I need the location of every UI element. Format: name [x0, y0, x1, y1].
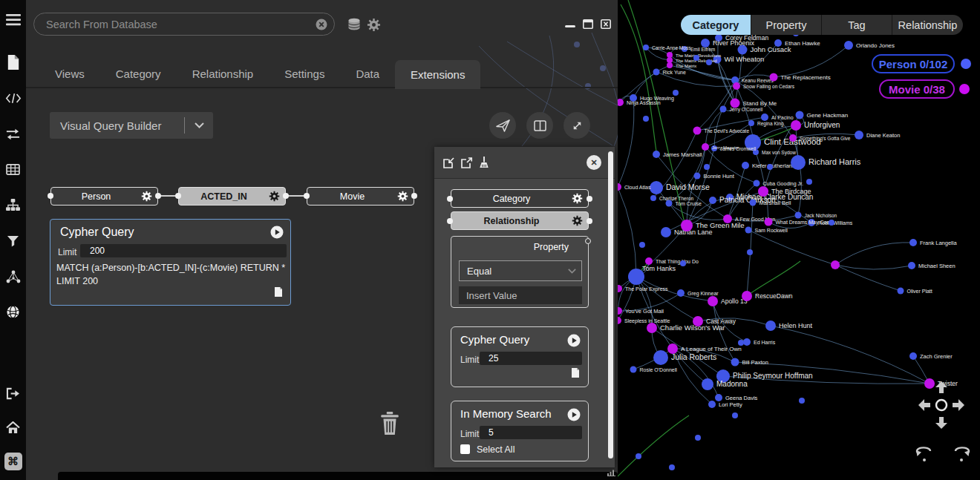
movie-node[interactable] — [618, 307, 622, 315]
person-node[interactable] — [908, 262, 915, 269]
movie-node[interactable] — [791, 120, 801, 131]
person-node[interactable] — [795, 212, 802, 219]
person-node[interactable] — [653, 350, 668, 365]
person-node[interactable] — [743, 338, 751, 346]
port-person-left[interactable] — [48, 193, 53, 199]
movie-legend-dot[interactable] — [959, 84, 970, 94]
person-gear-icon[interactable] — [141, 191, 152, 202]
panel-cypher-run-icon[interactable] — [567, 334, 581, 347]
movie-node[interactable] — [618, 317, 621, 324]
movie-node[interactable] — [765, 218, 773, 226]
extension-selector[interactable]: Visual Query Builder — [50, 112, 213, 139]
tab-views[interactable]: Views — [39, 60, 100, 88]
person-node[interactable] — [738, 340, 744, 346]
property-port[interactable] — [585, 238, 591, 244]
movie-node[interactable] — [789, 134, 797, 142]
close-button[interactable] — [601, 19, 611, 32]
cypher-run-icon[interactable] — [270, 226, 284, 239]
code-icon[interactable] — [0, 85, 26, 111]
property-value-input[interactable] — [459, 286, 582, 304]
person-node[interactable] — [650, 181, 663, 194]
person-node[interactable] — [844, 41, 853, 50]
movie-node[interactable] — [758, 186, 768, 197]
port-relationship-right[interactable] — [587, 218, 592, 224]
person-node[interactable] — [639, 242, 645, 248]
builder-edge-acted-in[interactable]: ACTED_IN — [178, 187, 286, 206]
command-icon[interactable]: ⌘ — [0, 448, 26, 474]
panel-block-relationship[interactable]: Relationship — [451, 211, 589, 230]
person-node[interactable] — [709, 197, 716, 204]
graph-tab-tag[interactable]: Tag — [822, 15, 892, 35]
person-node[interactable] — [708, 401, 716, 408]
tab-settings[interactable]: Settings — [269, 60, 340, 88]
home-icon[interactable] — [0, 415, 26, 441]
port-category-right[interactable] — [587, 196, 592, 202]
person-node[interactable] — [706, 59, 712, 65]
person-node[interactable] — [745, 227, 752, 234]
import-icon[interactable] — [443, 157, 455, 171]
expand-button[interactable] — [564, 112, 590, 139]
rotate-right-icon[interactable] — [956, 447, 970, 461]
property-block[interactable]: Property Equal — [451, 236, 589, 308]
person-node[interactable] — [754, 180, 760, 187]
builder-node-movie[interactable]: Movie — [307, 187, 414, 206]
movie-node[interactable] — [770, 73, 778, 82]
person-node[interactable] — [909, 352, 917, 360]
transfer-arrows-icon[interactable] — [0, 121, 26, 147]
split-view-button[interactable] — [526, 112, 553, 139]
filter-icon[interactable] — [0, 228, 26, 254]
person-node[interactable] — [742, 162, 749, 169]
person-node[interactable] — [653, 69, 660, 76]
relationship-gear-icon[interactable] — [572, 215, 583, 226]
person-node[interactable] — [774, 39, 782, 47]
person-node[interactable] — [653, 151, 660, 158]
port-movie-right[interactable] — [411, 193, 417, 199]
graph-network-icon[interactable] — [0, 263, 26, 289]
menu-icon[interactable] — [0, 7, 26, 33]
builder-node-person[interactable]: Person — [50, 187, 158, 206]
port-category-left[interactable] — [447, 196, 453, 202]
clean-broom-icon[interactable] — [479, 157, 489, 172]
person-node[interactable] — [694, 173, 701, 180]
person-node[interactable] — [767, 164, 773, 170]
person-node[interactable] — [720, 106, 727, 113]
person-node[interactable] — [669, 464, 675, 470]
panel-scrollbar[interactable] — [608, 151, 613, 458]
pan-left-arrow[interactable] — [918, 399, 930, 411]
graph-tab-category[interactable]: Category — [681, 15, 751, 35]
pan-right-arrow[interactable] — [953, 399, 964, 411]
memory-search-block[interactable]: In Memory Search Limit Select All — [451, 401, 589, 461]
person-node[interactable] — [855, 131, 863, 139]
tab-category[interactable]: Category — [100, 60, 177, 88]
tab-relationship[interactable]: Relationship — [177, 60, 270, 88]
movie-node[interactable] — [667, 343, 678, 354]
person-node[interactable] — [829, 220, 834, 226]
person-node[interactable] — [666, 200, 673, 207]
person-node[interactable] — [750, 200, 757, 206]
person-node[interactable] — [909, 239, 917, 246]
file-icon[interactable] — [0, 49, 26, 75]
person-node[interactable] — [673, 90, 679, 96]
settings-gear-icon[interactable] — [367, 18, 381, 35]
person-node[interactable] — [643, 45, 649, 50]
panel-limit-input[interactable] — [480, 352, 582, 365]
person-node[interactable] — [761, 114, 768, 121]
panel-cypher-block[interactable]: Cypher Query Limit — [451, 326, 589, 387]
movie-node[interactable] — [667, 52, 673, 58]
port-relationship-left[interactable] — [447, 218, 453, 224]
person-node[interactable] — [747, 249, 753, 255]
person-node[interactable] — [799, 398, 805, 404]
person-count-badge[interactable]: Person 0/102 — [872, 54, 955, 73]
person-node[interactable] — [643, 116, 649, 122]
movie-node[interactable] — [733, 82, 740, 90]
hierarchy-icon[interactable] — [0, 192, 26, 218]
person-node[interactable] — [704, 164, 710, 170]
movie-node[interactable] — [831, 260, 840, 269]
movie-node[interactable] — [708, 296, 718, 306]
memory-run-icon[interactable] — [567, 408, 581, 421]
person-node[interactable] — [806, 179, 812, 185]
panel-close-icon[interactable]: ✕ — [587, 155, 601, 170]
person-node[interactable] — [738, 45, 748, 55]
movie-node[interactable] — [667, 62, 673, 68]
graph-visualization-panel[interactable]: Keanu ReevesCorey FeldmanRiver PhoenixJo… — [618, 0, 980, 480]
